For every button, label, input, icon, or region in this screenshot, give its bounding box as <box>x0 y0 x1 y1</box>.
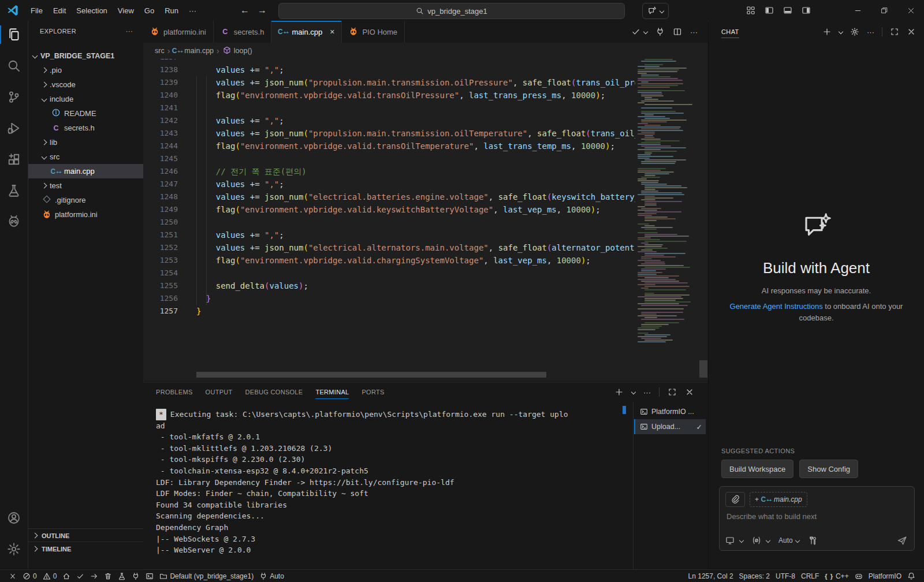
close-chat-icon[interactable] <box>907 27 916 36</box>
activity-item-accounts[interactable] <box>0 504 28 532</box>
menu-selection[interactable]: Selection <box>71 4 112 17</box>
toggle-secondary-sidebar-icon[interactable] <box>802 6 811 15</box>
vertical-scrollbar[interactable] <box>699 360 707 378</box>
close-panel-icon[interactable] <box>685 387 694 397</box>
maximize-chat-icon[interactable] <box>890 27 899 36</box>
context-scope-icon[interactable] <box>752 536 761 545</box>
send-icon[interactable] <box>897 535 907 546</box>
chevron-down-icon[interactable] <box>739 538 744 543</box>
tree-item-secrets-h[interactable]: Csecrets.h <box>28 121 143 135</box>
tree-item-main-cpp[interactable]: C++main.cpp <box>28 164 143 178</box>
panel-tab-terminal[interactable]: TERMINAL <box>315 382 349 402</box>
activity-item-testing[interactable] <box>0 177 28 204</box>
menu-go[interactable]: Go <box>139 4 159 17</box>
terminal-instance-upload-[interactable]: Upload...✓ <box>634 419 706 434</box>
status-pio-terminal[interactable] <box>143 572 157 580</box>
tree-item--vscode[interactable]: .vscode <box>28 77 143 92</box>
activity-item-platformio[interactable] <box>0 208 28 236</box>
breadcrumb-src[interactable]: src <box>155 47 165 55</box>
status-end-of-line[interactable]: CRLF <box>798 572 822 580</box>
status-serial-port-auto[interactable]: Auto <box>256 572 287 580</box>
horizontal-scrollbar[interactable] <box>196 372 546 378</box>
activity-item-extensions[interactable] <box>0 146 28 173</box>
close-window-button[interactable] <box>897 0 924 21</box>
terminal-sash[interactable] <box>633 402 634 569</box>
new-chat-icon[interactable] <box>822 27 832 36</box>
action-show-config[interactable]: Show Config <box>799 460 858 478</box>
editor-tab-main-cpp[interactable]: C++main.cpp× <box>271 21 342 43</box>
timeline-section[interactable]: TIMELINE <box>28 542 143 555</box>
toggle-panel-icon[interactable] <box>783 6 792 15</box>
tree-item-platformio-ini[interactable]: platformio.ini <box>28 207 143 222</box>
outline-section[interactable]: OUTLINE <box>28 528 143 542</box>
breadcrumb-loop-[interactable]: loop() <box>222 46 252 57</box>
chevron-down-icon[interactable] <box>643 29 648 34</box>
panel-tab-output[interactable]: OUTPUT <box>206 382 233 402</box>
status-pio-clean[interactable] <box>101 572 115 580</box>
tools-icon[interactable] <box>808 536 817 545</box>
tree-item-src[interactable]: src <box>28 150 143 164</box>
model-screen-icon[interactable] <box>725 536 735 545</box>
toggle-sidebar-icon[interactable] <box>765 6 774 15</box>
status-pio-serial-monitor[interactable] <box>129 572 143 580</box>
command-center-search[interactable]: vp_bridge_stage1 <box>278 3 625 19</box>
activity-item-source-control[interactable] <box>0 83 28 111</box>
generate-agent-instructions-link[interactable]: Generate Agent Instructions <box>730 302 823 311</box>
chat-settings-gear-icon[interactable] <box>850 27 859 36</box>
forward-icon[interactable]: → <box>258 5 267 16</box>
action-build-workspace[interactable]: Build Workspace <box>721 460 793 478</box>
activity-item-run-and-debug[interactable] <box>0 114 28 142</box>
chat-input[interactable]: Describe what to build next <box>726 512 817 521</box>
status-pio-build[interactable] <box>73 572 87 580</box>
activity-item-explorer[interactable] <box>0 21 28 48</box>
attach-context-button[interactable] <box>725 492 745 507</box>
panel-tab-debug-console[interactable]: DEBUG CONSOLE <box>245 382 303 402</box>
menu-edit[interactable]: Edit <box>48 4 71 17</box>
minimap[interactable] <box>635 59 700 376</box>
terminal-instance-platformio-[interactable]: PlatformIO ... <box>634 404 706 419</box>
mode-selector[interactable]: Auto <box>778 536 799 544</box>
customize-layout-icon[interactable] <box>746 6 755 15</box>
tree-item-lib[interactable]: lib <box>28 135 143 150</box>
status-pio-upload[interactable] <box>87 572 101 580</box>
editor-tab-pio-home[interactable]: PIO Home <box>342 21 405 43</box>
run-task-icon[interactable] <box>631 27 640 36</box>
breadcrumb-main-cpp[interactable]: C++main.cpp <box>173 47 214 55</box>
code-editor[interactable]: 12371238 values += ",";1239 values += js… <box>143 59 635 381</box>
tree-item--gitignore[interactable]: .gitignore <box>28 193 143 207</box>
copilot-chat-button[interactable] <box>642 3 669 19</box>
status-copilot-status[interactable] <box>852 572 866 580</box>
activity-item-settings[interactable] <box>0 535 28 563</box>
menu-run[interactable]: Run <box>159 4 184 17</box>
status-errors-count[interactable]: 0 <box>20 572 40 580</box>
tree-item-vp-bridge-stage1[interactable]: VP_BRIDGE_STAGE1 <box>28 48 143 63</box>
tree-item-include[interactable]: include <box>28 92 143 106</box>
new-chat-dropdown-icon[interactable] <box>839 29 843 34</box>
tree-item-readme[interactable]: README <box>28 106 143 121</box>
status-notifications[interactable] <box>904 572 918 580</box>
back-icon[interactable]: ← <box>240 5 249 16</box>
panel-tab-problems[interactable]: PROBLEMS <box>156 382 193 402</box>
terminal-output[interactable]: *Executing task: C:\Users\capts\.platfor… <box>156 409 618 569</box>
panel-more-actions-icon[interactable]: ··· <box>643 388 651 397</box>
close-tab-icon[interactable]: × <box>330 27 334 36</box>
status-pio-test[interactable] <box>115 572 129 580</box>
explorer-more-actions-icon[interactable]: ··· <box>126 28 133 35</box>
tab-chat[interactable]: CHAT <box>721 21 739 43</box>
menu-more[interactable]: ··· <box>184 4 202 17</box>
status-pio-home[interactable] <box>59 572 73 580</box>
breadcrumb[interactable]: src›C++main.cpp›loop() <box>143 43 708 59</box>
restore-button[interactable] <box>871 0 897 21</box>
terminal-dropdown-icon[interactable] <box>631 390 636 394</box>
editor-more-actions-icon[interactable]: ··· <box>690 28 698 36</box>
panel-tab-ports[interactable]: PORTS <box>362 382 384 402</box>
context-chip[interactable]: + C++ main.cpp <box>750 492 807 507</box>
minimize-button[interactable] <box>844 0 871 21</box>
status-pio-project-environment[interactable]: Default (vp_bridge_stage1) <box>157 572 256 580</box>
split-editor-icon[interactable] <box>673 27 682 36</box>
editor-tab-platformio-ini[interactable]: platformio.ini <box>143 21 214 43</box>
pio-upload-action-icon[interactable] <box>655 27 665 36</box>
tree-item-test[interactable]: test <box>28 178 143 193</box>
chevron-down-icon[interactable] <box>766 538 770 543</box>
status-cursor-position[interactable]: Ln 1257, Col 2 <box>685 572 736 580</box>
